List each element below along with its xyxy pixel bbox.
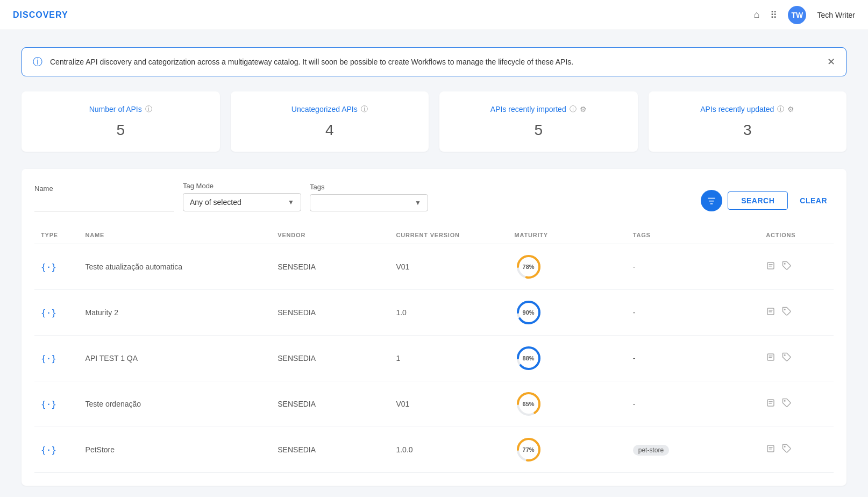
filter-name-label: Name [34, 184, 174, 193]
stat-card-value-0: 5 [32, 122, 209, 139]
cell-type: {·} [34, 381, 79, 427]
stat-info-icon-3[interactable]: ⓘ [777, 104, 784, 114]
cell-type: {·} [34, 336, 79, 381]
maturity-circle: 90% [515, 299, 543, 326]
cell-version: 1 [389, 336, 508, 381]
svg-point-23 [785, 401, 786, 402]
filter-toggle-button[interactable] [701, 190, 722, 211]
tag-badge: pet-store [633, 445, 669, 456]
search-button[interactable]: SEARCH [728, 191, 788, 210]
cell-actions [759, 290, 834, 336]
main-content: ⓘ Centralize API discovery and categoriz… [0, 30, 868, 497]
filter-name-input[interactable] [34, 196, 174, 211]
filter-tagmode-group: Tag Mode Any of selected ▼ [183, 182, 301, 211]
stat-card-title-0: Number of APIs ⓘ [32, 104, 209, 114]
tag-icon[interactable] [782, 307, 792, 318]
cell-maturity: 90% [508, 290, 627, 336]
action-icons [766, 444, 827, 456]
cell-type: {·} [34, 290, 79, 336]
maturity-circle: 78% [515, 253, 543, 281]
filter-row: Name Tag Mode Any of selected ▼ Tags ▼ [34, 182, 834, 211]
cell-actions [759, 381, 834, 427]
filter-tagmode-value: Any of selected [190, 198, 241, 207]
cell-actions [759, 336, 834, 381]
stat-gear-icon-2[interactable]: ⚙ [580, 105, 587, 113]
api-type-icon: {·} [41, 353, 56, 364]
cell-tags: pet-store [627, 427, 760, 473]
action-icons [766, 307, 827, 318]
cell-name: PetStore [79, 427, 272, 473]
cell-maturity: 65% [508, 381, 627, 427]
view-detail-icon[interactable] [766, 444, 775, 456]
view-detail-icon[interactable] [766, 398, 775, 410]
cell-vendor: SENSEDIA [271, 381, 389, 427]
cell-tags: - [627, 336, 760, 381]
cell-name: Maturity 2 [79, 290, 272, 336]
col-tags: TAGS [627, 226, 760, 244]
svg-point-11 [785, 309, 786, 310]
stat-card-1: Uncategorized APIs ⓘ 4 [231, 91, 429, 152]
nav-right: ⌂ ⠿ TW Tech Writer [754, 6, 855, 24]
view-detail-icon[interactable] [766, 307, 775, 318]
cell-version: V01 [389, 244, 508, 290]
stat-info-icon-2[interactable]: ⓘ [570, 104, 577, 114]
svg-point-5 [785, 264, 786, 265]
action-icons [766, 398, 827, 410]
brand-logo: DISCOVERY [13, 10, 68, 19]
stat-card-title-1: Uncategorized APIs ⓘ [241, 104, 418, 114]
col-maturity: MATURITY [508, 226, 627, 244]
apps-icon[interactable]: ⠿ [770, 9, 777, 21]
stat-card-value-1: 4 [241, 122, 418, 139]
stat-card-value-3: 3 [659, 122, 836, 139]
stat-card-0: Number of APIs ⓘ 5 [22, 91, 220, 152]
stat-card-2: APIs recently imported ⓘ ⚙ 5 [439, 91, 638, 152]
tag-icon[interactable] [782, 261, 792, 273]
stat-info-icon-1[interactable]: ⓘ [361, 104, 368, 114]
stat-card-title-3: APIs recently updated ⓘ ⚙ [659, 104, 836, 114]
maturity-label: 90% [523, 309, 535, 316]
cell-tags: - [627, 244, 760, 290]
filter-tagmode-select[interactable]: Any of selected ▼ [183, 193, 301, 211]
view-detail-icon[interactable] [766, 261, 775, 273]
cell-maturity: 78% [508, 244, 627, 290]
table-row: {·}PetStoreSENSEDIA1.0.0 77% pet-store [34, 427, 834, 473]
cell-vendor: SENSEDIA [271, 336, 389, 381]
table-header-row: TYPE NAME VENDOR CURRENT VERSION MATURIT… [34, 226, 834, 244]
tag-icon[interactable] [782, 352, 792, 364]
stat-info-icon-0[interactable]: ⓘ [145, 104, 152, 114]
filter-tags-select[interactable]: ▼ [310, 194, 428, 211]
stat-gear-icon-3[interactable]: ⚙ [787, 105, 794, 113]
svg-point-17 [785, 355, 786, 356]
table-container: TYPE NAME VENDOR CURRENT VERSION MATURIT… [34, 226, 834, 473]
col-vendor: VENDOR [271, 226, 389, 244]
cell-version: 1.0.0 [389, 427, 508, 473]
cell-actions [759, 244, 834, 290]
clear-button[interactable]: CLEAR [793, 192, 834, 209]
api-type-icon: {·} [41, 445, 56, 455]
tag-icon[interactable] [782, 444, 792, 456]
cell-name: API TEST 1 QA [79, 336, 272, 381]
home-icon[interactable]: ⌂ [754, 9, 760, 20]
action-icons [766, 352, 827, 364]
maturity-circle: 88% [515, 344, 543, 372]
banner-text: Centralize API discovery and categorizat… [50, 58, 820, 66]
maturity-label: 88% [523, 355, 535, 361]
svg-point-29 [785, 446, 786, 448]
cell-name: Teste ordenação [79, 381, 272, 427]
banner-close-button[interactable]: ✕ [827, 56, 835, 68]
view-detail-icon[interactable] [766, 352, 775, 364]
api-type-icon: {·} [41, 399, 56, 409]
filter-name-group: Name [34, 184, 174, 211]
cell-vendor: SENSEDIA [271, 244, 389, 290]
cell-tags: - [627, 381, 760, 427]
user-avatar[interactable]: TW [788, 6, 806, 24]
filter-tagmode-label: Tag Mode [183, 182, 301, 190]
col-actions: ACTIONS [759, 226, 834, 244]
maturity-label: 77% [523, 446, 535, 453]
top-nav: DISCOVERY ⌂ ⠿ TW Tech Writer [0, 0, 868, 30]
tag-icon[interactable] [782, 398, 792, 410]
action-icons [766, 261, 827, 273]
api-type-icon: {·} [41, 308, 56, 318]
col-version: CURRENT VERSION [389, 226, 508, 244]
info-icon: ⓘ [33, 55, 42, 68]
